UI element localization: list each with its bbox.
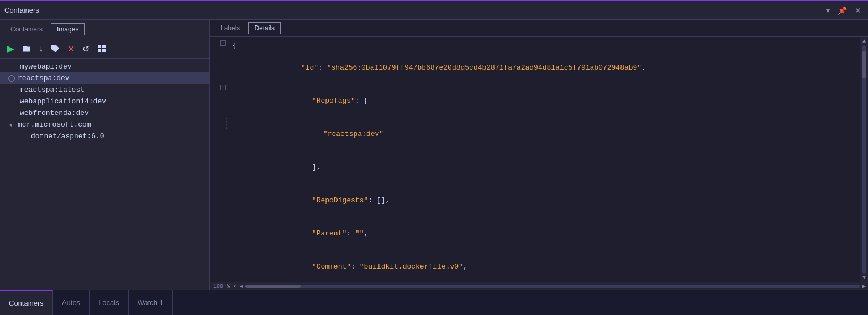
json-line-repotags-close: ], [210, 151, 860, 184]
tab-containers[interactable]: Containers [4, 23, 49, 35]
tree-item-label: reactspa:dev [18, 74, 70, 82]
json-line-parent: "Parent": "", [210, 217, 860, 250]
run-button[interactable]: ▶ [4, 41, 17, 56]
bottom-tab-watch1[interactable]: Watch 1 [129, 290, 173, 315]
bottom-tab-locals[interactable]: Locals [90, 290, 129, 315]
more-button[interactable] [95, 43, 108, 54]
json-line-repotag-value: "reactspa:dev" [210, 118, 860, 151]
json-line-comment: "Comment": "buildkit.dockerfile.v0", [210, 250, 860, 282]
title-bar: Containers ▾ 📌 ✕ [0, 1, 868, 20]
tab-details[interactable]: Details [248, 22, 281, 34]
download-button[interactable]: ↓ [36, 43, 45, 55]
left-panel: Containers Images ▶ ↓ ✕ ↺ [0, 20, 210, 290]
tree-item-label: reactspa:latest [20, 86, 85, 94]
json-repotags-text: "RepoTags": [ [232, 85, 856, 118]
horizontal-scrollbar[interactable]: 100 % ▾ ◀ ▶ [210, 282, 868, 290]
scroll-left-btn[interactable]: ◀ [240, 283, 243, 290]
tab-images[interactable]: Images [51, 23, 85, 35]
window-title: Containers [4, 6, 39, 14]
zoom-label: 100 % ▾ [212, 283, 238, 290]
delete-button[interactable]: ✕ [65, 43, 77, 55]
tree-item-label: mcr.microsoft.com [18, 120, 91, 129]
content-scroll-area: − { "Id": "sha256:0ba11079ff947bb687e20d… [210, 37, 868, 282]
json-repotag-value: "reactspa:dev" [232, 118, 856, 151]
tree-item-label: mywebapi:dev [20, 62, 72, 71]
json-comment: "Comment": "buildkit.dockerfile.v0", [232, 250, 856, 282]
scroll-up-btn[interactable]: ▲ [862, 38, 866, 44]
refresh-button[interactable]: ↺ [80, 43, 92, 55]
main-area: Containers Images ▶ ↓ ✕ ↺ [0, 20, 868, 290]
json-brace-open: { [232, 40, 856, 51]
scroll-down-btn[interactable]: ▼ [862, 275, 866, 281]
tag-button[interactable] [49, 43, 62, 54]
tree-item-mcr[interactable]: ◀ mcr.microsoft.com [0, 119, 209, 130]
svg-rect-1 [98, 45, 101, 48]
toolbar: ▶ ↓ ✕ ↺ [0, 39, 209, 59]
collapse-repotags-btn[interactable]: − [220, 85, 226, 90]
json-line-id: "Id": "sha256:0ba11079ff947bb687e20d8d5c… [210, 51, 860, 85]
tree-item-label: webapplication14:dev [20, 97, 106, 106]
tree-item-reactspa-latest[interactable]: reactspa:latest [0, 84, 209, 96]
json-content[interactable]: − { "Id": "sha256:0ba11079ff947bb687e20d… [210, 37, 860, 282]
app-container: Containers ▾ 📌 ✕ Containers Images ▶ ↓ [0, 0, 868, 315]
right-panel: Labels Details − { [210, 20, 868, 290]
svg-rect-2 [102, 45, 106, 48]
h-scrollbar-thumb[interactable] [245, 285, 301, 288]
tree-item-mywebapi[interactable]: mywebapi:dev [0, 61, 209, 72]
open-folder-button[interactable] [20, 43, 33, 54]
tree-item-dotnet[interactable]: dotnet/aspnet:6.0 [0, 130, 209, 142]
collapse-btn[interactable]: − [220, 40, 226, 46]
right-panel-inner: Labels Details − { [210, 20, 868, 290]
bottom-bar: Containers Autos Locals Watch 1 [0, 290, 868, 315]
diamond-icon [8, 74, 15, 82]
bottom-tabs: Containers Autos Locals Watch 1 [0, 290, 173, 315]
left-tabs-row: Containers Images [0, 20, 209, 39]
tree-item-webapplication14[interactable]: webapplication14:dev [0, 96, 209, 107]
json-id-text: "Id": "sha256:0ba11079ff947bb687e20d8d5c… [232, 51, 856, 85]
scrollbar-track[interactable] [862, 45, 866, 274]
tree-list[interactable]: mywebapi:dev reactspa:dev reactspa:lates… [0, 59, 209, 290]
json-repodigests: "RepoDigests": [], [232, 184, 856, 217]
json-repotags-close: ], [232, 151, 856, 184]
json-parent: "Parent": "", [232, 217, 856, 250]
svg-marker-0 [51, 45, 59, 53]
svg-rect-4 [102, 49, 106, 53]
svg-rect-3 [98, 49, 101, 53]
bottom-tab-autos[interactable]: Autos [53, 290, 90, 315]
scroll-right-btn[interactable]: ▶ [862, 283, 866, 290]
pin-button[interactable]: 📌 [835, 5, 849, 16]
h-scrollbar-track[interactable] [245, 285, 860, 288]
bottom-tab-containers[interactable]: Containers [0, 290, 53, 315]
arrow-down-icon: ◀ [9, 122, 12, 128]
title-bar-left: Containers [4, 6, 39, 14]
tree-item-reactspa-dev[interactable]: reactspa:dev [0, 72, 209, 84]
title-bar-right: ▾ 📌 ✕ [824, 5, 864, 16]
tree-item-label: webfrontenda:dev [20, 109, 89, 117]
tab-labels[interactable]: Labels [214, 22, 246, 34]
close-button[interactable]: ✕ [853, 5, 864, 16]
dropdown-button[interactable]: ▾ [824, 5, 832, 16]
scrollbar-thumb[interactable] [862, 51, 866, 78]
json-line-repodigests: "RepoDigests": [], [210, 184, 860, 217]
detail-tabs: Labels Details [210, 20, 868, 37]
tree-item-webfrontenda[interactable]: webfrontenda:dev [0, 107, 209, 119]
tree-item-label: dotnet/aspnet:6.0 [31, 132, 104, 140]
json-line-repotags: − "RepoTags": [ [210, 85, 860, 118]
json-line-open: − { [210, 40, 860, 51]
vertical-scrollbar[interactable]: ▲ ▼ [860, 37, 868, 282]
